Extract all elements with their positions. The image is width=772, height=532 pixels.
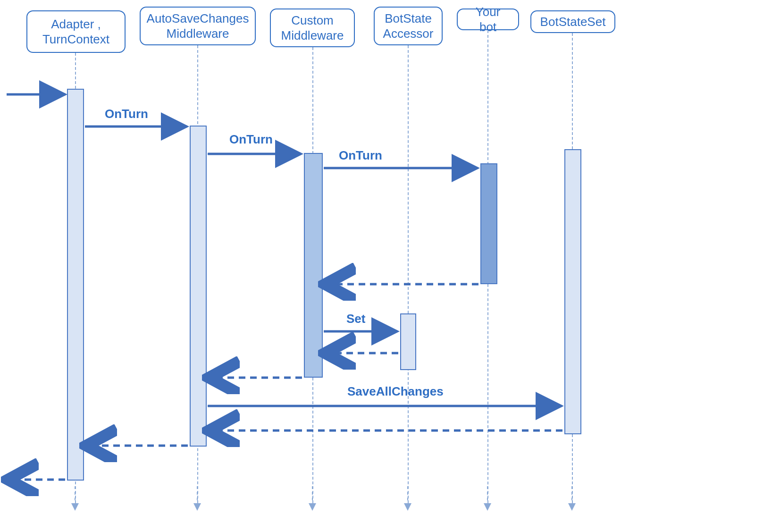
arrows-layer: [0, 0, 772, 532]
sequence-diagram: Adapter , TurnContext AutoSaveChanges Mi…: [0, 0, 772, 532]
